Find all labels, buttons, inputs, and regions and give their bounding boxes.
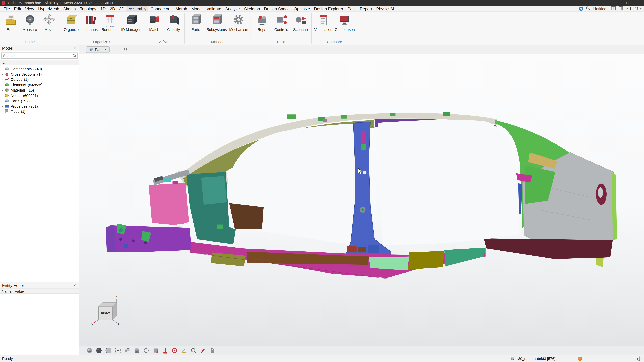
chevron-right-icon[interactable]: ▸ [2, 78, 4, 81]
maximize-button[interactable]: □ [622, 0, 633, 6]
model-column-header[interactable]: Name [0, 60, 79, 65]
libraries-button[interactable]: Libraries [81, 12, 100, 32]
search-input[interactable] [2, 54, 72, 58]
layout-panels-icon[interactable] [611, 6, 616, 11]
tab-collapse-icon[interactable] [123, 47, 127, 52]
menu-report[interactable]: Report [358, 6, 374, 11]
menu-design-explorer[interactable]: Design Explorer [312, 6, 346, 11]
viewport-model[interactable] [103, 103, 620, 284]
smooth-shaded-view-icon[interactable] [96, 347, 102, 354]
menu-optimize[interactable]: Optimize [292, 6, 312, 11]
search-icon[interactable] [72, 54, 77, 58]
menu-physicsai[interactable]: PhysicsAI [374, 6, 396, 11]
tree-item-materials[interactable]: ▸ Materials(15) [0, 87, 79, 93]
menu-file[interactable]: File [1, 6, 12, 11]
shaded-view-icon[interactable] [86, 347, 93, 354]
menu-edit[interactable]: Edit [12, 6, 23, 11]
menu-skeleton[interactable]: Skeleton [242, 6, 262, 11]
files-icon [4, 13, 18, 27]
ribbon-group-organize-label[interactable]: Organize▾ [62, 38, 142, 45]
view-lock-icon[interactable] [209, 347, 216, 354]
close-icon[interactable]: × [72, 283, 77, 287]
transparent-view-icon[interactable] [105, 347, 112, 354]
parts-button[interactable]: Parts [186, 12, 206, 32]
status-orange-icon[interactable] [578, 357, 582, 361]
tree-item-nodes[interactable]: Nodes(600091) [0, 93, 79, 98]
chevron-right-icon[interactable]: ▸ [2, 105, 4, 107]
move-icon [42, 13, 56, 27]
menu-analyze[interactable]: Analyze [223, 6, 242, 11]
tab-parts[interactable]: Parts ▾ [86, 46, 110, 53]
menu-2d[interactable]: 2D [108, 6, 117, 11]
comparison-icon [338, 13, 352, 27]
selection-filter-icon[interactable] [114, 347, 121, 354]
browser-panel-icon[interactable] [619, 6, 623, 11]
model-canvas[interactable]: Z RIGHT X Y [79, 54, 644, 346]
element-display-icon[interactable] [124, 347, 131, 354]
menu-hypermesh[interactable]: HyperMesh [36, 6, 61, 11]
chevron-right-icon[interactable]: ▸ [2, 72, 4, 75]
move-button[interactable]: Move [40, 12, 59, 32]
tree-item-properties[interactable]: ▸ Properties(261) [0, 103, 79, 109]
minimize-button[interactable]: – [611, 0, 622, 6]
match-button[interactable]: Match [144, 12, 164, 32]
component-display-icon[interactable] [152, 347, 159, 354]
match-label: Match [149, 27, 159, 31]
menu-design-space[interactable]: Design Space [262, 6, 292, 11]
chevron-right-icon[interactable]: ▸ [2, 67, 4, 70]
close-icon[interactable]: × [72, 46, 77, 50]
organize-button[interactable]: Organize [62, 12, 81, 32]
menu-1d[interactable]: 1D [98, 6, 108, 11]
tree-item-components[interactable]: ▸ Components(249) [0, 66, 79, 71]
close-button[interactable]: × [633, 0, 644, 6]
search-icon[interactable] [586, 6, 590, 11]
menu-view[interactable]: View [23, 6, 36, 11]
tab-overflow-button[interactable]: ··· [114, 47, 119, 52]
session-dropdown[interactable]: Untitled▾ [593, 6, 608, 11]
scenario-button[interactable]: Scenario [291, 12, 310, 32]
mechanism-button[interactable]: Mechanism [228, 12, 249, 32]
tree-item-curves[interactable]: ▸ Curves(1) [0, 77, 79, 82]
reps-button[interactable]: Reps [252, 12, 272, 32]
ribbon-group-build: Reps Controls Scenario Build [252, 12, 310, 45]
next-page-icon[interactable]: ▶ [640, 7, 642, 10]
renumber-button[interactable]: 1 - 10,000 Renumber [100, 12, 120, 32]
menu-connectors[interactable]: Connectors [148, 6, 174, 11]
supports-display-icon[interactable] [162, 347, 168, 354]
move-tool-icon[interactable] [636, 356, 642, 361]
zoom-tool-icon[interactable] [190, 347, 197, 354]
annotation-tool-icon[interactable] [200, 347, 206, 354]
tree-item-titles[interactable]: Titles(1) [0, 109, 79, 114]
verification-button[interactable]: Verification [313, 12, 334, 32]
controls-icon [274, 13, 288, 27]
solid-display-icon[interactable] [134, 347, 140, 354]
measure-button[interactable]: Measure [20, 12, 40, 32]
menu-model[interactable]: Model [189, 6, 204, 11]
view-cube[interactable]: Z RIGHT X Y [90, 295, 127, 326]
tree-item-cross-sections[interactable]: ▸ Cross Sections(1) [0, 71, 79, 77]
tree-item-parts[interactable]: ▸ Parts(297) [0, 98, 79, 103]
entity-editor-column-header[interactable]: Name Value [0, 289, 79, 294]
menu-morph[interactable]: Morph [174, 6, 189, 11]
files-button[interactable]: Files [1, 12, 20, 32]
prev-page-icon[interactable]: ◀ [626, 7, 628, 10]
axis-triad-icon[interactable] [181, 347, 187, 354]
menu-validate[interactable]: Validate [204, 6, 223, 11]
classify-button[interactable]: Classify [164, 12, 183, 32]
orbit-rotate-icon[interactable] [143, 347, 150, 354]
menu-sketch[interactable]: Sketch [61, 6, 78, 11]
chevron-right-icon[interactable]: ▸ [2, 99, 4, 102]
chevron-right-icon[interactable]: ▸ [2, 89, 4, 91]
menu-post[interactable]: Post [345, 6, 358, 11]
organize-icon [64, 13, 78, 27]
menu-topology[interactable]: Topology [78, 6, 98, 11]
constraints-display-icon[interactable] [171, 347, 178, 354]
menu-3d[interactable]: 3D [117, 6, 126, 11]
menu-assembly[interactable]: Assembly [126, 6, 148, 11]
comparison-button[interactable]: Comparison [334, 12, 356, 32]
tree-item-elements[interactable]: Elements(543636) [0, 82, 79, 87]
id-manager-button[interactable]: ID Manager [120, 12, 142, 32]
altair-one-icon[interactable] [579, 6, 583, 10]
controls-button[interactable]: Controls [272, 12, 291, 32]
subsystems-button[interactable]: Subsystems [206, 12, 228, 32]
